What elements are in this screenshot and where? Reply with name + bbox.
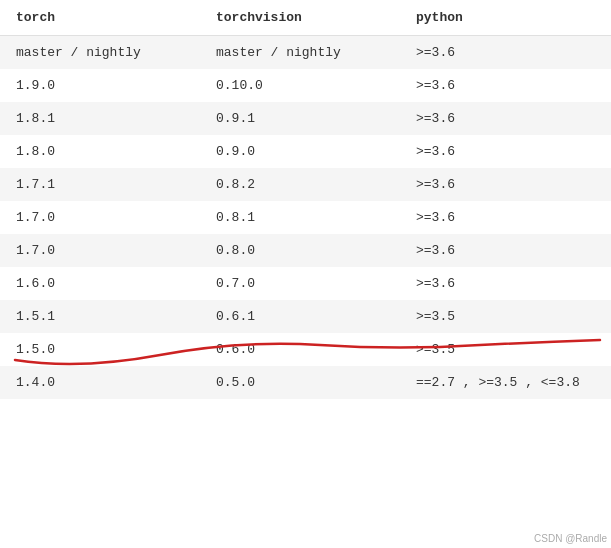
cell-python: >=3.6 [400, 168, 611, 201]
cell-python: >=3.6 [400, 69, 611, 102]
cell-python: >=3.5 [400, 300, 611, 333]
cell-torchvision: 0.6.1 [200, 300, 400, 333]
table-row: 1.6.00.7.0>=3.6 [0, 267, 611, 300]
cell-torchvision: master / nightly [200, 36, 400, 70]
cell-torch: 1.9.0 [0, 69, 200, 102]
cell-torch: 1.5.0 [0, 333, 200, 366]
cell-torch: 1.5.1 [0, 300, 200, 333]
cell-torchvision: 0.7.0 [200, 267, 400, 300]
cell-torchvision: 0.8.2 [200, 168, 400, 201]
table-row: 1.4.00.5.0==2.7 , >=3.5 , <=3.8 [0, 366, 611, 399]
header-torchvision: torchvision [200, 0, 400, 36]
cell-torchvision: 0.8.0 [200, 234, 400, 267]
cell-torchvision: 0.5.0 [200, 366, 400, 399]
cell-torch: master / nightly [0, 36, 200, 70]
cell-torch: 1.4.0 [0, 366, 200, 399]
cell-torch: 1.7.0 [0, 201, 200, 234]
table-body: master / nightlymaster / nightly>=3.61.9… [0, 36, 611, 400]
cell-torchvision: 0.9.0 [200, 135, 400, 168]
cell-python: >=3.6 [400, 102, 611, 135]
cell-python: >=3.6 [400, 36, 611, 70]
cell-python: >=3.6 [400, 135, 611, 168]
cell-python: ==2.7 , >=3.5 , <=3.8 [400, 366, 611, 399]
cell-python: >=3.6 [400, 267, 611, 300]
cell-torch: 1.7.1 [0, 168, 200, 201]
table-row: 1.9.00.10.0>=3.6 [0, 69, 611, 102]
cell-torchvision: 0.10.0 [200, 69, 400, 102]
table-row: 1.5.00.6.0>=3.5 [0, 333, 611, 366]
cell-torchvision: 0.6.0 [200, 333, 400, 366]
watermark: CSDN @Randle [534, 533, 607, 544]
header-torch: torch [0, 0, 200, 36]
cell-torchvision: 0.8.1 [200, 201, 400, 234]
cell-python: >=3.6 [400, 234, 611, 267]
cell-torch: 1.6.0 [0, 267, 200, 300]
table-row: 1.7.10.8.2>=3.6 [0, 168, 611, 201]
cell-torchvision: 0.9.1 [200, 102, 400, 135]
header-python: python [400, 0, 611, 36]
cell-torch: 1.8.1 [0, 102, 200, 135]
compatibility-table: torch torchvision python master / nightl… [0, 0, 611, 399]
table-row: 1.7.00.8.0>=3.6 [0, 234, 611, 267]
table-header-row: torch torchvision python [0, 0, 611, 36]
table-row: 1.8.10.9.1>=3.6 [0, 102, 611, 135]
cell-python: >=3.6 [400, 201, 611, 234]
table-row: master / nightlymaster / nightly>=3.6 [0, 36, 611, 70]
table-row: 1.7.00.8.1>=3.6 [0, 201, 611, 234]
cell-python: >=3.5 [400, 333, 611, 366]
table-row: 1.8.00.9.0>=3.6 [0, 135, 611, 168]
cell-torch: 1.7.0 [0, 234, 200, 267]
cell-torch: 1.8.0 [0, 135, 200, 168]
table-row: 1.5.10.6.1>=3.5 [0, 300, 611, 333]
